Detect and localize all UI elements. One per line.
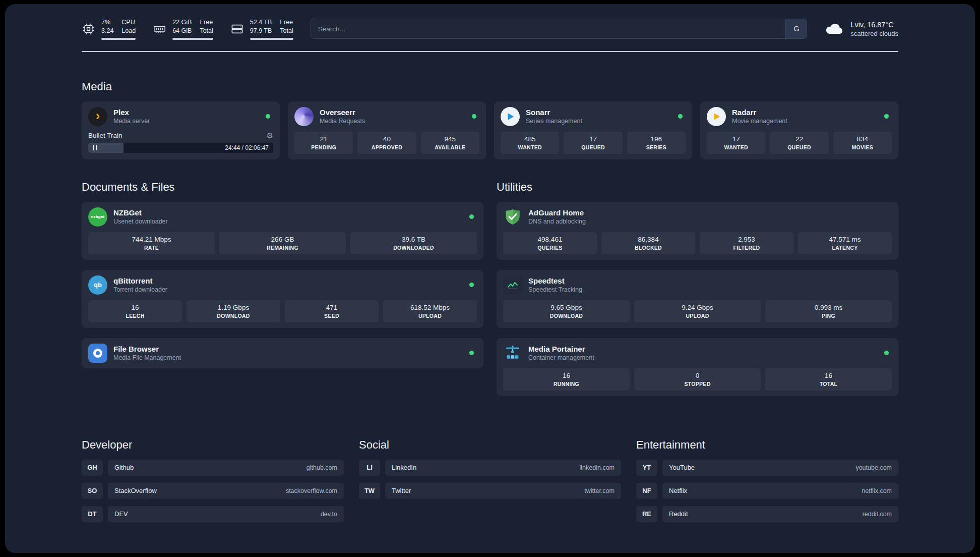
app-name: NZBGet (113, 208, 168, 217)
bookmark-name: Netflix (669, 487, 687, 494)
status-indicator (884, 351, 889, 355)
stat-value: 17 (566, 135, 620, 143)
disk-label-bottom: Total (280, 27, 293, 35)
stat-value: 744.21 Mbps (90, 236, 213, 243)
stat-tile: 744.21 Mbps RATE (88, 232, 215, 254)
stat-tile: 9.65 Gbps DOWNLOAD (503, 300, 630, 322)
section-title-developer: Developer (82, 438, 344, 452)
disk-free: 52.4 TB (250, 18, 272, 27)
app-name: AdGuard Home (528, 208, 586, 217)
dashboard: 7% 3.24 CPU Load (5, 4, 975, 553)
bookmark-url: stackoverflow.com (286, 487, 337, 494)
stat-tile: 22 QUEUED (770, 132, 828, 154)
search-input[interactable] (311, 19, 786, 38)
app-card-overseerr[interactable]: Overseerr Media Requests 21 PENDING 40 A… (288, 101, 486, 159)
stat-value: 1.19 Gbps (189, 304, 278, 311)
stat-label: UPLOAD (636, 313, 759, 319)
stat-tile: 2,953 FILTERED (700, 232, 793, 254)
stat-label: SERIES (629, 144, 684, 150)
disk-widget: 52.4 TB 97.9 TB Free Total (230, 18, 293, 40)
app-card-portainer[interactable]: Media Portainer Container management 16 … (497, 338, 898, 396)
app-name: qBittorrent (113, 276, 167, 285)
status-indicator (469, 283, 474, 287)
plex-icon: › (88, 107, 107, 126)
app-card-radarr[interactable]: Radarr Movie management 17 WANTED 22 QUE… (700, 101, 898, 159)
bookmark-abbr: SO (82, 483, 103, 499)
stat-label: QUEUED (566, 144, 620, 150)
bookmark-name: LinkedIn (392, 464, 416, 471)
stat-label: SEED (287, 313, 377, 319)
ram-label-bottom: Total (200, 27, 213, 35)
cpu-usage-bar (101, 38, 136, 40)
app-card-qbittorrent[interactable]: qb qBittorrent Torrent downloader 16 LEE… (82, 270, 483, 328)
stat-label: STOPPED (636, 381, 759, 387)
stat-label: DOWNLOAD (189, 313, 278, 319)
stat-label: PING (767, 313, 890, 319)
app-card-filebrowser[interactable]: File Browser Media File Management (82, 338, 483, 368)
bookmark-netflix[interactable]: NF Netflix netflix.com (636, 483, 898, 499)
stat-value: 21 (296, 135, 351, 143)
cpu-label-bottom: Load (121, 27, 136, 35)
bookmark-abbr: DT (82, 506, 103, 522)
stat-label: RATE (90, 245, 213, 251)
ram-usage-bar (172, 38, 213, 40)
bookmark-youtube[interactable]: YT YouTube youtube.com (636, 460, 898, 476)
bookmark-dev[interactable]: DT DEV dev.to (82, 506, 344, 522)
stat-label: MOVIES (835, 144, 890, 150)
app-card-nzbget[interactable]: nzbget NZBGet Usenet downloader 744.21 M… (82, 202, 483, 260)
status-indicator (266, 114, 270, 119)
playback-progress-bar[interactable]: 24:44 / 02:06:47 (88, 143, 273, 153)
stat-value: 618.52 Mbps (385, 304, 475, 311)
app-subtitle: Speedtest Tracking (528, 286, 582, 293)
top-bar: 7% 3.24 CPU Load (82, 18, 898, 40)
stat-value: 40 (359, 135, 414, 143)
settings-gear-icon[interactable]: ⚙ (267, 132, 273, 139)
bookmark-linkedin[interactable]: LI LinkedIn linkedin.com (359, 460, 621, 476)
app-name: Plex (113, 108, 150, 117)
search-bar: G (311, 19, 808, 39)
stat-tile: 618.52 Mbps UPLOAD (383, 300, 477, 322)
status-indicator (469, 214, 474, 219)
stat-tile: 498,461 QUERIES (503, 232, 597, 254)
app-card-sonarr[interactable]: Sonarr Series management 485 WANTED 17 Q… (494, 101, 692, 159)
stat-label: DOWNLOAD (505, 313, 628, 319)
disk-usage-bar (250, 38, 293, 40)
stat-label: LATENCY (800, 245, 890, 251)
stat-tile: 16 RUNNING (503, 368, 630, 391)
stat-label: BLOCKED (603, 245, 693, 251)
cpu-label-top: CPU (121, 18, 136, 27)
section-title-utilities: Utilities (497, 181, 898, 194)
bookmark-stackoverflow[interactable]: SO StackOverflow stackoverflow.com (82, 483, 344, 499)
app-card-plex[interactable]: › Plex Media server Bullet Train ⚙ (82, 101, 280, 159)
stat-tile: 21 PENDING (294, 132, 353, 154)
status-indicator (469, 351, 474, 355)
bookmark-github[interactable]: GH Github github.com (82, 460, 344, 476)
stat-tile: 945 AVAILABLE (421, 132, 479, 154)
overseerr-icon (294, 107, 314, 126)
disk-total: 97.9 TB (250, 27, 272, 35)
pause-icon[interactable] (93, 145, 97, 150)
stat-tile: 17 WANTED (707, 132, 765, 154)
search-provider-button[interactable]: G (785, 19, 807, 38)
bookmark-twitter[interactable]: TW Twitter twitter.com (359, 483, 621, 499)
bookmark-url: twitter.com (584, 487, 615, 494)
stat-value: 16 (767, 372, 890, 379)
app-name: Overseerr (320, 108, 365, 117)
bookmark-reddit[interactable]: RE Reddit reddit.com (636, 506, 898, 522)
stat-value: 196 (629, 135, 684, 143)
sonarr-icon (501, 107, 520, 126)
weather-widget[interactable]: Lviv, 16.87°C scattered clouds (824, 19, 898, 39)
stat-value: 0 (636, 372, 759, 379)
stat-label: QUERIES (505, 245, 595, 251)
stat-label: APPROVED (359, 144, 414, 150)
ram-total: 64 GiB (172, 27, 192, 35)
cpu-load-value: 3.24 (101, 27, 113, 35)
cpu-icon (82, 22, 95, 36)
stat-label: LEECH (90, 313, 180, 319)
app-card-speedtest[interactable]: Speedtest Speedtest Tracking 9.65 Gbps D… (497, 270, 898, 328)
stat-tile: 1.19 Gbps DOWNLOAD (187, 300, 280, 322)
app-name: Media Portainer (528, 345, 594, 353)
adguard-icon (503, 207, 522, 227)
app-card-adguard[interactable]: AdGuard Home DNS and adblocking 498,461 … (497, 202, 898, 260)
stat-value: 498,461 (505, 236, 595, 243)
